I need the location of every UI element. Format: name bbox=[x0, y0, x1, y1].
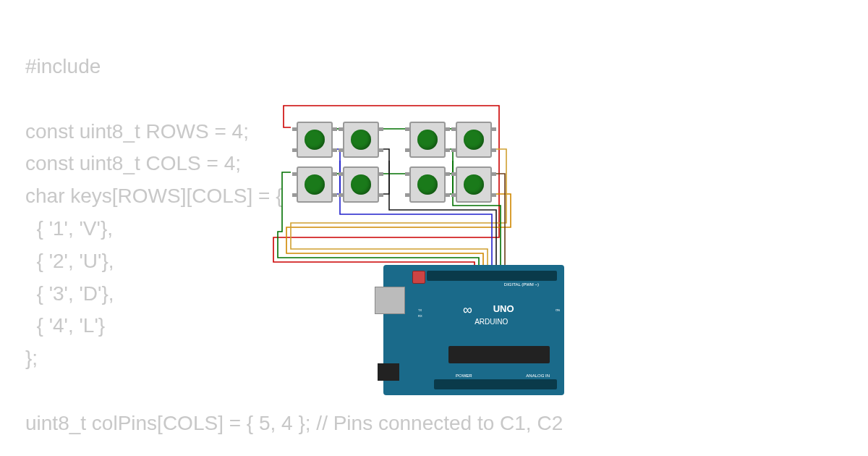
power-analog-header bbox=[434, 379, 557, 389]
push-button bbox=[297, 122, 333, 158]
board-logo: ∞ UNO ARDUINO bbox=[463, 303, 514, 326]
atmega-chip bbox=[448, 346, 550, 363]
tx-label: TX bbox=[418, 308, 422, 312]
push-button bbox=[456, 122, 492, 158]
usb-port bbox=[375, 287, 405, 314]
uno-label: UNO bbox=[493, 303, 514, 314]
on-led-label: ON bbox=[556, 308, 560, 312]
push-button bbox=[343, 122, 379, 158]
push-button bbox=[297, 166, 333, 203]
push-button bbox=[343, 166, 379, 203]
analog-label: ANALOG IN bbox=[526, 373, 550, 378]
power-jack bbox=[378, 363, 399, 381]
digital-pin-header bbox=[427, 271, 557, 281]
infinity-icon: ∞ bbox=[463, 303, 472, 317]
push-button bbox=[409, 122, 446, 158]
rx-label: RX bbox=[418, 314, 422, 318]
push-button bbox=[409, 166, 446, 203]
push-button bbox=[456, 166, 492, 203]
power-label: POWER bbox=[456, 373, 472, 378]
digital-label: DIGITAL (PWM ~) bbox=[504, 282, 539, 287]
circuit-diagram: ∞ UNO ARDUINO DIGITAL (PWM ~) POWER ANAL… bbox=[268, 101, 579, 405]
arduino-brand-label: ARDUINO bbox=[475, 318, 508, 326]
reset-button bbox=[412, 271, 425, 284]
arduino-uno-board: ∞ UNO ARDUINO DIGITAL (PWM ~) POWER ANAL… bbox=[383, 265, 564, 395]
